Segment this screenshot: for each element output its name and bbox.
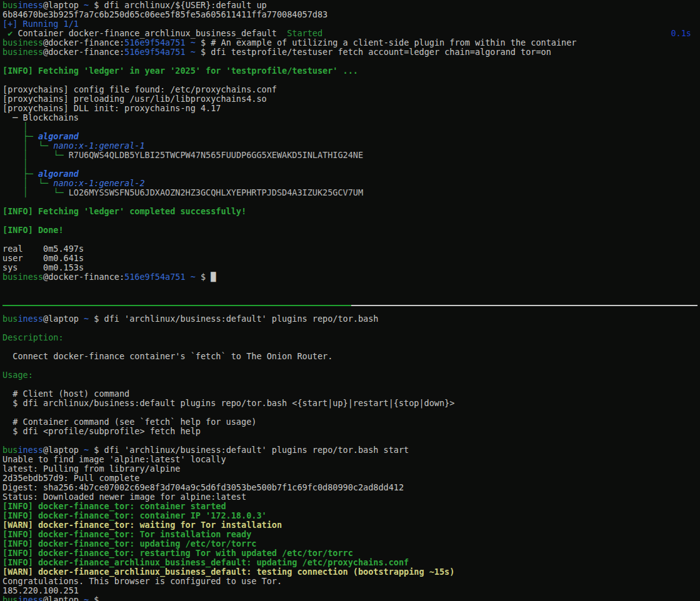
terminal-line: real 0m5.497s — [0, 244, 700, 254]
green-segment: Usage: — [2, 370, 33, 380]
fg-segment — [186, 37, 191, 47]
terminal-line: [INFO] docker-finance_tor: container sta… — [0, 502, 700, 511]
fg-segment: @laptop — [43, 314, 84, 324]
terminal-line: ✔ Container docker-finance_archlinux_bus… — [0, 29, 700, 38]
fg-segment: # Container command (see `fetch` help fo… — [2, 417, 256, 427]
fg-segment: $ — [196, 272, 211, 282]
fg-segment: $ dfi 'archlinux/business:default' plugi… — [89, 314, 378, 324]
green-segment: ├─ — [2, 131, 38, 141]
prompt-username: bus — [2, 0, 18, 10]
terminal-line — [0, 216, 700, 226]
terminal-line — [0, 324, 700, 333]
blue-segment: [+] Running 1/1 — [2, 19, 79, 29]
terminal-line: # Client (host) command — [0, 389, 700, 399]
blue-segment: ~ — [84, 0, 89, 10]
bgreen-segment: [INFO] docker-finance_archlinux_business… — [2, 557, 409, 567]
fg-segment: $ — [89, 595, 99, 601]
blue-segment: ~ — [191, 37, 196, 47]
abold-segment: algorand — [38, 131, 79, 141]
terminal-line: │ └─ R7U6QWS4QLDB5YLBI25TWCPW47N565FUUDP… — [0, 151, 700, 160]
fg-segment: @docker-finance: — [43, 37, 124, 47]
fg-segment: $ dfi 'archlinux/business:default' plugi… — [89, 445, 409, 455]
aital-segment: nano:x-1:general-2 — [53, 178, 144, 188]
blue-segment: ~ — [191, 47, 196, 57]
terminal-line: business@docker-finance:516e9f54a751 ~ $… — [0, 47, 700, 57]
terminal-line: $ dfi archlinux/business:default plugins… — [0, 399, 700, 408]
terminal-line: 2d35ebdb57d9: Pull complete — [0, 474, 700, 483]
terminal-line: Congratulations. This browser is configu… — [0, 577, 700, 586]
terminal-line — [0, 282, 700, 291]
fg-segment — [2, 28, 8, 38]
fg-segment: $ dfi <profile/subprofile> fetch help — [2, 426, 201, 436]
fg-segment: @docker-finance: — [43, 47, 124, 57]
fg-segment: [proxychains] DLL init: proxychains-ng 4… — [2, 103, 221, 113]
prompt-username: iness — [18, 595, 43, 601]
terminal-line: [proxychains] preloading /usr/lib/libpro… — [0, 94, 700, 104]
terminal-line: ├─ algorand — [0, 132, 700, 141]
bgreen-segment: [INFO] docker-finance_tor: container IP … — [2, 510, 267, 520]
fg-segment: [proxychains] config file found: /etc/pr… — [2, 84, 277, 94]
terminal-line: [INFO] Done! — [0, 226, 700, 235]
terminal-line: business@docker-finance:516e9f54a751 ~ $… — [0, 272, 700, 282]
fg-segment: Unable to find image 'alpine:latest' loc… — [2, 454, 226, 464]
green-segment: │ └─ — [2, 187, 69, 197]
green-segment: │ └─ — [2, 150, 69, 160]
prompt-username: iness — [18, 445, 43, 455]
terminal-line: business@laptop ~ $ dfi 'archlinux/busin… — [0, 445, 700, 455]
bgreen-segment: [INFO] docker-finance_tor: Tor installat… — [2, 529, 251, 539]
terminal-line: ├─ algorand — [0, 169, 700, 179]
prompt-username: business — [2, 595, 43, 601]
aital-segment: nano:x-1:general-1 — [53, 141, 144, 151]
fg-segment: # Client (host) command — [2, 389, 129, 399]
fg-segment: @docker-finance: — [43, 272, 124, 282]
blue-segment: 516e9f54a751 — [124, 47, 186, 57]
divider-line — [2, 305, 698, 306]
fg-segment — [186, 47, 191, 57]
fg-segment: @laptop — [43, 445, 84, 455]
terminal-window[interactable]: business@laptop ~ $ dfi archlinux/${USER… — [0, 0, 700, 601]
prompt-username: bus — [2, 314, 18, 324]
terminal-line: # Container command (see `fetch` help fo… — [0, 417, 700, 427]
fg-segment: Connect docker-finance container's `fetc… — [2, 351, 332, 361]
green-segment: business — [2, 37, 43, 47]
terminal-line: [INFO] Fetching 'ledger' in year '2025' … — [0, 66, 700, 76]
prompt-username: bus — [2, 445, 18, 455]
terminal-line: Digest: sha256:4b7ce07002c69e8f3d704a9c5… — [0, 483, 700, 492]
bgreen-segment: [INFO] docker-finance_tor: updating /etc… — [2, 539, 256, 549]
terminal-line — [0, 361, 700, 370]
fg-segment: user 0m0.641s — [2, 253, 84, 263]
terminal-line: business@docker-finance:516e9f54a751 ~ $… — [0, 38, 700, 47]
terminal-line: │ └─ LO26MYSSWSFN5U6JDXAOZN2HZ3GCQHLXYEP… — [0, 188, 700, 197]
bgreen-segment: [INFO] Done! — [2, 225, 64, 235]
fg-segment: Blockchains — [23, 112, 79, 122]
fg-segment: Status: Downloaded newer image for alpin… — [2, 492, 246, 502]
green-segment: │ — [2, 159, 28, 169]
terminal-line: [proxychains] DLL init: proxychains-ng 4… — [0, 104, 700, 113]
terminal-line — [0, 76, 700, 85]
terminal-line: 6b84670be3b925f7a7c6b250d65c06ee5f85fe5a… — [0, 10, 700, 19]
terminal-line: Description: — [0, 333, 700, 342]
terminal-line: $ dfi <profile/subprofile> fetch help — [0, 427, 700, 436]
fg-segment: real 0m5.497s — [2, 244, 84, 254]
dim-segment: R7U6QWS4QLDB5YLBI25TWCPW47N565FUUDP6GG5X… — [69, 150, 363, 160]
green-segment: ├─ — [2, 169, 38, 179]
fg-segment: sys 0m0.153s — [2, 262, 84, 272]
blue-segment: ~ — [84, 445, 89, 455]
green-segment: │ — [2, 122, 28, 132]
fg-segment: $ dfi archlinux/business:default plugins… — [2, 398, 454, 408]
green-segment: │ └─ — [2, 141, 53, 151]
fg-segment: Digest: sha256:4b7ce07002c69e8f3d704a9c5… — [2, 482, 404, 492]
fg-segment: @laptop — [43, 0, 84, 10]
terminal-line: sys 0m0.153s — [0, 263, 700, 272]
prompt-username: iness — [18, 314, 43, 324]
terminal-line — [0, 197, 700, 207]
warn-segment: [WARN] docker-finance_archlinux_business… — [2, 567, 454, 577]
terminal-divider — [0, 305, 700, 314]
cursor: █ — [211, 272, 216, 282]
terminal-line: [+] Running 1/1 — [0, 19, 700, 29]
green-segment: Description: — [2, 332, 64, 342]
fg-segment: $ dfi archlinux/${USER}:default up — [89, 0, 266, 10]
terminal-line: ─ Blockchains — [0, 113, 700, 122]
blue-segment: 516e9f54a751 — [124, 37, 186, 47]
bgreen-segment: [INFO] Fetching 'ledger' in year '2025' … — [2, 66, 358, 76]
